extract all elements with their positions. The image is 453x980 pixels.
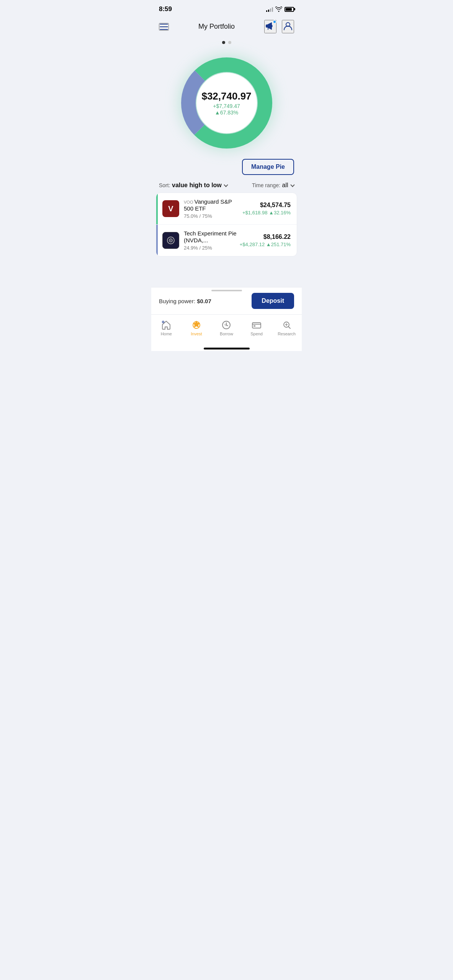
holding-logo-tech — [162, 232, 179, 249]
donut-center: $32,740.97 +$7,749.47 ▲67.83% — [201, 90, 251, 116]
holding-alloc-tech: 24.9% / 25% — [184, 245, 240, 251]
time-range-value: all — [282, 182, 288, 188]
status-icons — [266, 7, 294, 12]
dot-1[interactable] — [222, 41, 225, 44]
app-header: My Portfolio — [151, 17, 302, 38]
sort-filter-row: Sort: value high to low Time range: all — [151, 180, 302, 193]
notification-dot — [273, 20, 276, 24]
manage-pie-button[interactable]: Manage Pie — [242, 159, 294, 175]
sort-value: value high to low — [172, 182, 222, 188]
nav-item-borrow[interactable]: % Borrow — [211, 318, 242, 338]
time-range-chevron-icon — [290, 183, 294, 187]
nav-item-spend[interactable]: Spend — [242, 318, 272, 338]
signal-icon — [266, 7, 273, 12]
portfolio-gain-pct: ▲67.83% — [201, 109, 251, 116]
donut-chart: $32,740.97 +$7,749.47 ▲67.83% — [177, 53, 276, 153]
nav-label-spend: Spend — [250, 332, 263, 336]
chart-area: $32,740.97 +$7,749.47 ▲67.83% — [151, 46, 302, 157]
wifi-icon — [275, 7, 282, 12]
holding-values-voo: $24,574.75 +$1,618.98 ▲32.16% — [242, 202, 291, 216]
buying-power-text: Buying power: $0.07 — [159, 298, 211, 304]
buying-power-amount: $0.07 — [197, 298, 211, 304]
svg-text:%: % — [224, 323, 227, 327]
header-actions — [264, 20, 294, 33]
status-bar: 8:59 — [151, 0, 302, 17]
borrow-icon: % — [221, 320, 231, 330]
holding-gain-voo: +$1,618.98 ▲32.16% — [242, 210, 291, 216]
nav-label-borrow: Borrow — [220, 332, 233, 336]
holding-alloc-voo: 75.0% / 75% — [184, 213, 242, 219]
holding-row-voo[interactable]: V VOO Vanguard S&P 500 ETF 75.0% / 75% $… — [156, 193, 297, 225]
battery-icon — [285, 7, 294, 12]
buying-power-label: Buying power: — [159, 298, 195, 304]
buying-power-bar: Buying power: $0.07 Deposit — [151, 287, 302, 314]
portfolio-value: $32,740.97 — [201, 90, 251, 102]
nav-label-home: Home — [161, 332, 172, 336]
svg-rect-13 — [253, 325, 255, 327]
holding-name-tech: Tech Experiment Pie (NVDA,... — [184, 230, 237, 243]
holding-accent-tech — [156, 225, 158, 256]
holding-info-voo: VOO Vanguard S&P 500 ETF 75.0% / 75% — [184, 198, 242, 219]
svg-text:M: M — [162, 321, 164, 323]
home-indicator — [151, 345, 302, 351]
page-title: My Portfolio — [198, 23, 235, 31]
bottom-navigation: M Home Invest % Borrow — [151, 314, 302, 345]
notification-button[interactable] — [264, 20, 276, 33]
sort-control[interactable]: Sort: value high to low — [159, 182, 227, 189]
svg-point-6 — [170, 240, 172, 241]
home-indicator-bar — [204, 348, 250, 350]
portfolio-gain: +$7,749.47 — [201, 103, 251, 109]
hamburger-button[interactable] — [159, 23, 169, 31]
status-time: 8:59 — [159, 5, 172, 13]
profile-icon — [283, 21, 293, 31]
nav-item-home[interactable]: M Home — [151, 318, 182, 338]
dot-2[interactable] — [228, 41, 231, 44]
home-icon: M — [161, 320, 171, 330]
holding-value-tech: $8,166.22 — [240, 234, 291, 240]
holding-info-tech: Tech Experiment Pie (NVDA,... 24.9% / 25… — [184, 230, 240, 251]
holding-logo-voo: V — [162, 200, 179, 217]
holding-accent-voo — [156, 193, 158, 224]
holding-row-tech[interactable]: Tech Experiment Pie (NVDA,... 24.9% / 25… — [156, 225, 297, 256]
svg-rect-12 — [252, 323, 261, 328]
deposit-button[interactable]: Deposit — [252, 293, 294, 309]
sort-label: Sort: — [159, 182, 170, 188]
holding-values-tech: $8,166.22 +$4,287.12 ▲251.71% — [240, 234, 291, 247]
research-icon — [282, 320, 292, 330]
profile-button[interactable] — [282, 20, 294, 33]
nav-item-research[interactable]: Research — [271, 318, 302, 338]
sort-chevron-icon — [224, 183, 228, 187]
time-range-control[interactable]: Time range: all — [252, 182, 294, 189]
nav-label-invest: Invest — [191, 332, 202, 336]
time-range-label: Time range: — [252, 182, 280, 188]
holding-value-voo: $24,574.75 — [242, 202, 291, 209]
holding-gain-tech: +$4,287.12 ▲251.71% — [240, 242, 291, 247]
holding-ticker-voo: VOO — [184, 200, 195, 204]
holdings-list: V VOO Vanguard S&P 500 ETF 75.0% / 75% $… — [156, 193, 297, 256]
nav-label-research: Research — [278, 332, 296, 336]
manage-pie-row: Manage Pie — [151, 157, 302, 180]
invest-icon — [191, 320, 201, 330]
spend-icon — [252, 320, 262, 330]
nav-item-invest[interactable]: Invest — [182, 318, 212, 338]
page-dots — [151, 38, 302, 46]
